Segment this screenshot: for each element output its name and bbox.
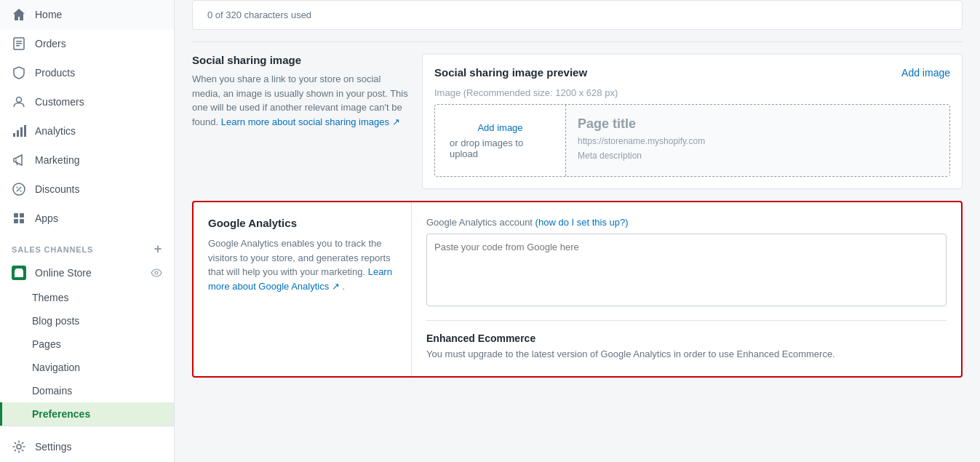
ga-account-label: Google Analytics account (how do I set t…: [426, 217, 947, 228]
apps-icon: [12, 211, 26, 226]
svg-rect-5: [13, 133, 15, 137]
marketing-icon: [12, 153, 26, 167]
svg-rect-16: [15, 271, 23, 277]
nav-customers[interactable]: Customers: [0, 87, 174, 116]
ga-title: Google Analytics: [208, 217, 397, 229]
sidebar-sub-themes[interactable]: Themes: [0, 286, 174, 309]
svg-point-18: [17, 445, 21, 449]
image-label: Image (Recommended size: 1200 x 628 px): [434, 87, 950, 98]
social-sharing-desc: When you share a link to your store on s…: [192, 72, 410, 129]
sidebar-sub-navigation[interactable]: Navigation: [0, 356, 174, 379]
svg-point-17: [155, 271, 158, 274]
nav-products[interactable]: Products: [0, 58, 174, 87]
svg-rect-1: [16, 41, 22, 42]
nav-discounts[interactable]: Discounts: [0, 175, 174, 204]
social-sharing-learn-more[interactable]: Learn more about social sharing images ↗: [221, 116, 400, 127]
sidebar-sub-domains[interactable]: Domains: [0, 379, 174, 402]
svg-rect-7: [20, 127, 23, 137]
products-icon: [12, 65, 26, 80]
upload-zone[interactable]: Add image or drop images to upload: [435, 105, 566, 176]
char-count-bar: 0 of 320 characters used: [192, 0, 963, 30]
nav-apps[interactable]: Apps: [0, 204, 174, 233]
google-analytics-section: Google Analytics Google Analytics enable…: [192, 201, 963, 378]
svg-rect-15: [20, 219, 24, 223]
svg-rect-8: [24, 125, 26, 137]
social-sharing-right: Social sharing image preview Add image I…: [422, 54, 963, 189]
svg-point-10: [17, 187, 18, 188]
home-icon: [12, 7, 26, 22]
or-text: or drop images to upload: [450, 138, 551, 159]
svg-rect-12: [14, 213, 18, 218]
social-sharing-left: Social sharing image When you share a li…: [192, 54, 410, 189]
analytics-icon: [12, 124, 26, 138]
enhanced-ecommerce-section: Enhanced Ecommerce You must upgrade to t…: [426, 320, 947, 362]
online-store-row[interactable]: Online Store: [0, 260, 174, 286]
sidebar: Home Orders Products Customers: [0, 0, 175, 462]
enhanced-desc: You must upgrade to the latest version o…: [426, 347, 947, 362]
add-sales-channel-icon[interactable]: +: [154, 242, 162, 257]
sidebar-sub-pages[interactable]: Pages: [0, 332, 174, 356]
settings-section: Settings: [0, 426, 174, 462]
social-sharing-title: Social sharing image: [192, 54, 410, 66]
sidebar-sub-preferences[interactable]: Preferences: [0, 402, 174, 426]
svg-rect-3: [16, 45, 20, 47]
meta-url: https://storename.myshopify.com: [578, 136, 938, 146]
svg-rect-14: [14, 219, 18, 223]
nav-analytics[interactable]: Analytics: [0, 116, 174, 146]
nav-settings[interactable]: Settings: [0, 432, 174, 461]
sidebar-sub-blog-posts[interactable]: Blog posts: [0, 309, 174, 332]
nav-marketing[interactable]: Marketing: [0, 146, 174, 175]
add-image-link[interactable]: Add image: [901, 67, 950, 79]
ga-code-input[interactable]: [426, 234, 947, 306]
meta-page-title: Page title: [578, 116, 938, 132]
store-icon: [12, 266, 26, 280]
enhanced-title: Enhanced Ecommerce: [426, 332, 947, 344]
upload-text: Add image: [477, 122, 522, 133]
svg-rect-13: [20, 213, 24, 218]
orders-icon: [12, 36, 26, 51]
svg-rect-6: [17, 130, 19, 137]
nav-home[interactable]: Home: [0, 0, 174, 29]
meta-desc: Meta description: [578, 151, 938, 161]
ga-desc: Google Analytics enables you to track th…: [208, 236, 397, 293]
ga-left: Google Analytics Google Analytics enable…: [194, 202, 412, 376]
svg-rect-2: [16, 43, 22, 44]
ga-right: Google Analytics account (how do I set t…: [412, 202, 961, 376]
preview-meta: Page title https://storename.myshopify.c…: [566, 105, 949, 176]
settings-icon: [12, 439, 26, 454]
preview-title: Social sharing image preview: [434, 66, 587, 79]
social-sharing-section: Social sharing image When you share a li…: [192, 54, 963, 189]
social-preview-card: Social sharing image preview Add image I…: [422, 54, 963, 189]
sales-channels-heading: SALES CHANNELS +: [0, 233, 174, 260]
svg-point-11: [20, 191, 22, 192]
main-content: 0 of 320 characters used Social sharing …: [175, 0, 980, 462]
image-preview-box: Add image or drop images to upload Page …: [434, 104, 950, 177]
ga-how-to-link[interactable]: (how do I set this up?): [535, 217, 629, 228]
discounts-icon: [12, 182, 26, 196]
preview-header: Social sharing image preview Add image: [434, 66, 950, 79]
eye-icon[interactable]: [151, 267, 162, 279]
ga-inner: Google Analytics Google Analytics enable…: [194, 202, 961, 376]
customers-icon: [12, 95, 26, 109]
nav-orders[interactable]: Orders: [0, 29, 174, 58]
svg-point-4: [17, 97, 22, 103]
